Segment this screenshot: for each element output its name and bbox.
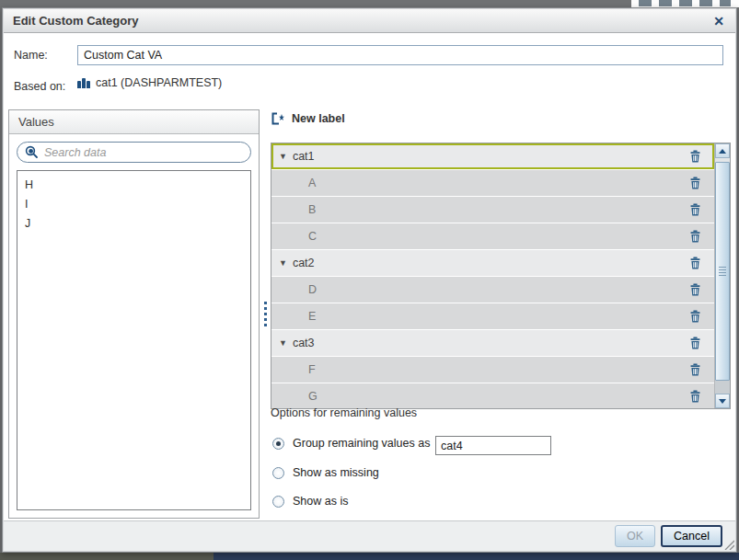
scroll-up-button[interactable] <box>715 143 730 158</box>
new-label-button[interactable]: New label <box>271 111 345 126</box>
category-bar-chart-icon <box>77 78 90 88</box>
delete-trash-icon[interactable] <box>689 283 701 296</box>
panel-splitter[interactable] <box>261 109 269 519</box>
arrow-up-icon <box>719 149 726 154</box>
based-on-row: cat1 (DASHPARMTEST) <box>77 76 222 89</box>
radio-button-icon[interactable] <box>272 438 284 450</box>
label-row-value[interactable]: E <box>271 303 714 329</box>
options-heading: Options for remaining values <box>271 406 417 419</box>
cancel-button[interactable]: Cancel <box>661 525 722 547</box>
value-item[interactable]: J <box>17 214 250 234</box>
edit-custom-category-dialog: Edit Custom Category ✕ Name: Based on: c… <box>2 7 737 553</box>
delete-trash-icon[interactable] <box>689 150 701 163</box>
search-icon <box>25 145 39 159</box>
collapse-caret-icon[interactable]: ▼ <box>279 258 287 268</box>
label-row-value[interactable]: B <box>271 197 714 223</box>
scroll-down-button[interactable] <box>715 394 730 408</box>
background-window-bottom-left-fragment <box>0 553 214 560</box>
delete-trash-icon[interactable] <box>689 257 701 269</box>
ok-button[interactable]: OK <box>615 525 655 547</box>
group-as-input[interactable] <box>435 436 551 455</box>
label-row-value[interactable]: D <box>271 277 714 303</box>
label-row-group[interactable]: ▼ cat2 <box>271 250 714 276</box>
delete-trash-icon[interactable] <box>689 177 701 189</box>
labels-rows: ▼ cat1 A B <box>271 143 714 408</box>
labels-list: ▼ cat1 A B <box>271 143 731 409</box>
delete-trash-icon[interactable] <box>689 310 701 323</box>
label-row-value[interactable]: A <box>271 170 714 196</box>
collapse-caret-icon[interactable]: ▼ <box>279 152 287 161</box>
label-row-group[interactable]: ▼ cat3 <box>271 330 714 356</box>
label-row-group[interactable]: ▼ cat1 <box>271 143 714 169</box>
delete-trash-icon[interactable] <box>689 337 701 349</box>
label-row-value[interactable]: G <box>271 383 714 409</box>
search-box[interactable] <box>17 142 251 163</box>
background-window-toolbar-fragment <box>639 0 731 6</box>
delete-trash-icon[interactable] <box>689 230 701 243</box>
resize-grip-icon[interactable] <box>724 540 734 550</box>
dialog-title: Edit Custom Category <box>13 14 711 28</box>
labels-list-scrollbar[interactable] <box>714 143 730 408</box>
dialog-titlebar[interactable]: Edit Custom Category ✕ <box>4 9 735 33</box>
search-input[interactable] <box>44 146 243 159</box>
dialog-footer: OK Cancel <box>4 520 735 551</box>
values-panel: Values H I J <box>8 109 260 519</box>
name-label: Name: <box>14 49 48 62</box>
values-panel-header: Values <box>9 110 259 134</box>
value-item[interactable]: I <box>17 195 250 214</box>
radio-button-icon[interactable] <box>272 467 284 479</box>
close-icon[interactable]: ✕ <box>711 14 726 29</box>
delete-trash-icon[interactable] <box>689 363 701 376</box>
scrollbar-grip-icon <box>719 267 726 276</box>
new-label-button-text: New label <box>292 112 345 125</box>
based-on-value: cat1 (DASHPARMTEST) <box>96 76 222 89</box>
arrow-down-icon <box>719 399 726 404</box>
based-on-label: Based on: <box>14 80 65 93</box>
collapse-caret-icon[interactable]: ▼ <box>279 338 287 348</box>
delete-trash-icon[interactable] <box>689 390 701 403</box>
label-row-value[interactable]: C <box>271 223 714 249</box>
delete-trash-icon[interactable] <box>689 203 701 216</box>
radio-button-icon[interactable] <box>272 496 284 508</box>
scrollbar-thumb[interactable] <box>715 162 730 381</box>
name-input[interactable] <box>77 45 723 65</box>
radio-group-remaining[interactable]: Group remaining values as <box>272 437 430 450</box>
value-item[interactable]: H <box>17 176 250 195</box>
splitter-grip-icon <box>264 302 267 326</box>
radio-show-as-missing[interactable]: Show as missing <box>272 466 379 479</box>
values-list[interactable]: H I J <box>17 170 251 510</box>
new-label-icon <box>271 111 285 126</box>
radio-show-as-is[interactable]: Show as is <box>272 495 348 508</box>
label-row-value[interactable]: F <box>271 357 714 383</box>
